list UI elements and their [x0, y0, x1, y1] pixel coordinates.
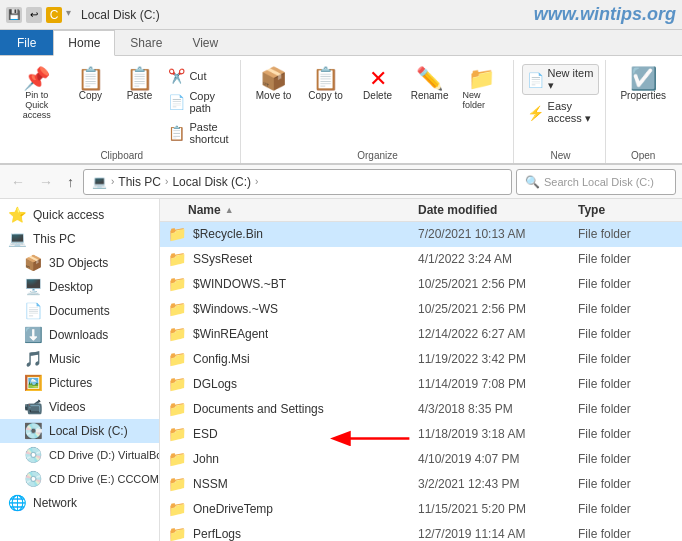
- ribbon-group-new: 📄 New item ▾ ⚡ Easy access ▾ New: [516, 60, 607, 163]
- copy-to-button[interactable]: 📋 Copy to: [301, 64, 351, 105]
- file-date: 4/1/2022 3:24 AM: [410, 252, 570, 266]
- file-date: 7/20/2021 10:13 AM: [410, 227, 570, 241]
- path-icon: 💻: [92, 175, 107, 189]
- file-row[interactable]: 📁 SSysReset 4/1/2022 3:24 AM File folder: [160, 247, 682, 272]
- rename-label: Rename: [411, 90, 449, 101]
- sidebar-item-network[interactable]: 🌐 Network: [0, 491, 159, 515]
- file-row[interactable]: 📁 Documents and Settings 4/3/2018 8:35 P…: [160, 397, 682, 422]
- 3d-objects-icon: 📦: [24, 254, 43, 272]
- file-row[interactable]: 📁 $WinREAgent 12/14/2022 6:27 AM File fo…: [160, 322, 682, 347]
- file-name: DGLogs: [193, 377, 237, 391]
- new-item-icon: 📄: [527, 73, 544, 87]
- forward-button[interactable]: →: [34, 171, 58, 193]
- open-buttons: ☑️ Properties: [614, 62, 672, 148]
- new-buttons: 📄 New item ▾ ⚡ Easy access ▾: [522, 62, 600, 148]
- copy-path-button[interactable]: 📄 Copy path: [163, 87, 233, 117]
- sidebar-item-cd-drive-d[interactable]: 💿 CD Drive (D:) VirtualBox Guest A: [0, 443, 159, 467]
- copy-button[interactable]: 📋 Copy: [65, 64, 115, 105]
- file-type: File folder: [570, 302, 682, 316]
- copy-to-label: Copy to: [308, 90, 342, 101]
- tab-file[interactable]: File: [0, 30, 53, 55]
- file-type: File folder: [570, 502, 682, 516]
- properties-button[interactable]: ☑️ Properties: [614, 64, 672, 105]
- sidebar-item-local-disk[interactable]: 💽 Local Disk (C:): [0, 419, 159, 443]
- folder-icon: 📁: [168, 300, 187, 318]
- local-disk-icon: C: [46, 7, 62, 23]
- column-header-date[interactable]: Date modified: [410, 203, 570, 217]
- sidebar-item-downloads[interactable]: ⬇️ Downloads: [0, 323, 159, 347]
- file-name: SSysReset: [193, 252, 252, 266]
- sidebar-item-cd-drive-e[interactable]: 💿 CD Drive (E:) CCCOMA_X64FRE_: [0, 467, 159, 491]
- column-header-type[interactable]: Type: [570, 203, 682, 217]
- sidebar-item-desktop[interactable]: 🖥️ Desktop: [0, 275, 159, 299]
- title-bar: 💾 ↩ C ▾ Local Disk (C:) www.wintips.org: [0, 0, 682, 30]
- sidebar-item-music[interactable]: 🎵 Music: [0, 347, 159, 371]
- undo-btn[interactable]: ↩: [26, 7, 42, 23]
- quick-access-toolbar[interactable]: 💾: [6, 7, 22, 23]
- rename-button[interactable]: ✏️ Rename: [405, 64, 455, 105]
- sidebar-label-local-disk: Local Disk (C:): [49, 424, 128, 438]
- pin-icon: 📌: [23, 68, 50, 90]
- sidebar-item-documents[interactable]: 📄 Documents: [0, 299, 159, 323]
- sidebar-item-3d-objects[interactable]: 📦 3D Objects: [0, 251, 159, 275]
- sort-indicator: ▲: [225, 205, 234, 215]
- paste-shortcut-button[interactable]: 📋 Paste shortcut: [163, 118, 233, 148]
- folder-icon: 📁: [168, 500, 187, 518]
- column-header-name[interactable]: Name ▲: [160, 203, 410, 217]
- file-type: File folder: [570, 227, 682, 241]
- pictures-icon: 🖼️: [24, 374, 43, 392]
- file-type: File folder: [570, 377, 682, 391]
- file-row[interactable]: 📁 $Windows.~WS 10/25/2021 2:56 PM File f…: [160, 297, 682, 322]
- sidebar-item-pictures[interactable]: 🖼️ Pictures: [0, 371, 159, 395]
- easy-access-icon: ⚡: [527, 106, 544, 120]
- tab-view[interactable]: View: [177, 30, 233, 55]
- sidebar-item-this-pc[interactable]: 💻 This PC: [0, 227, 159, 251]
- title-bar-icons: 💾 ↩ C ▾: [6, 7, 71, 23]
- move-to-label: Move to: [256, 90, 292, 101]
- move-to-button[interactable]: 📦 Move to: [249, 64, 299, 105]
- file-row[interactable]: 📁 ESD 11/18/2019 3:18 AM File folder: [160, 422, 682, 447]
- paste-button[interactable]: 📋 Paste: [117, 64, 161, 105]
- file-name: John: [193, 452, 219, 466]
- file-row[interactable]: 📁 NSSM 3/2/2021 12:43 PM File folder: [160, 472, 682, 497]
- file-row[interactable]: 📁 John 4/10/2019 4:07 PM File folder: [160, 447, 682, 472]
- search-box[interactable]: 🔍 Search Local Disk (C:): [516, 169, 676, 195]
- folder-icon: 📁: [168, 475, 187, 493]
- cd-drive-e-icon: 💿: [24, 470, 43, 488]
- sidebar-item-videos[interactable]: 📹 Videos: [0, 395, 159, 419]
- file-row[interactable]: 📁 Config.Msi 11/19/2022 3:42 PM File fol…: [160, 347, 682, 372]
- up-button[interactable]: ↑: [62, 171, 79, 193]
- file-name: PerfLogs: [193, 527, 241, 541]
- file-row[interactable]: 📁 OneDriveTemp 11/15/2021 5:20 PM File f…: [160, 497, 682, 522]
- new-folder-button[interactable]: 📁 New folder: [457, 64, 507, 114]
- window-title: Local Disk (C:): [81, 8, 160, 22]
- copy-label: Copy: [79, 90, 102, 101]
- file-row[interactable]: 📁 $Recycle.Bin 7/20/2021 10:13 AM File f…: [160, 222, 682, 247]
- file-row[interactable]: 📁 PerfLogs 12/7/2019 11:14 AM File folde…: [160, 522, 682, 541]
- file-date: 11/18/2019 3:18 AM: [410, 427, 570, 441]
- back-button[interactable]: ←: [6, 171, 30, 193]
- file-date: 11/14/2019 7:08 PM: [410, 377, 570, 391]
- address-path[interactable]: 💻 › This PC › Local Disk (C:) ›: [83, 169, 512, 195]
- folder-icon: 📁: [168, 350, 187, 368]
- clipboard-group-label: Clipboard: [100, 148, 143, 163]
- file-row[interactable]: 📁 $WINDOWS.~BT 10/25/2021 2:56 PM File f…: [160, 272, 682, 297]
- sidebar-label-cd-drive-e: CD Drive (E:) CCCOMA_X64FRE_: [49, 473, 159, 485]
- quick-access-icon: ⭐: [8, 206, 27, 224]
- delete-button[interactable]: ✕ Delete: [353, 64, 403, 105]
- sidebar-item-quick-access[interactable]: ⭐ Quick access: [0, 203, 159, 227]
- paste-icon: 📋: [126, 68, 153, 90]
- pin-quick-access-button[interactable]: 📌 Pin to Quick access: [10, 64, 63, 124]
- cut-button[interactable]: ✂️ Cut: [163, 66, 233, 86]
- new-folder-label: New folder: [463, 90, 501, 110]
- file-type: File folder: [570, 527, 682, 541]
- easy-access-button[interactable]: ⚡ Easy access ▾: [522, 97, 600, 128]
- tab-home[interactable]: Home: [53, 30, 115, 56]
- ribbon-tabs-bar: File Home Share View: [0, 30, 682, 56]
- file-name: Config.Msi: [193, 352, 250, 366]
- sidebar-label-desktop: Desktop: [49, 280, 93, 294]
- file-row[interactable]: 📁 DGLogs 11/14/2019 7:08 PM File folder: [160, 372, 682, 397]
- search-icon: 🔍: [525, 175, 540, 189]
- new-item-button[interactable]: 📄 New item ▾: [522, 64, 600, 95]
- tab-share[interactable]: Share: [115, 30, 177, 55]
